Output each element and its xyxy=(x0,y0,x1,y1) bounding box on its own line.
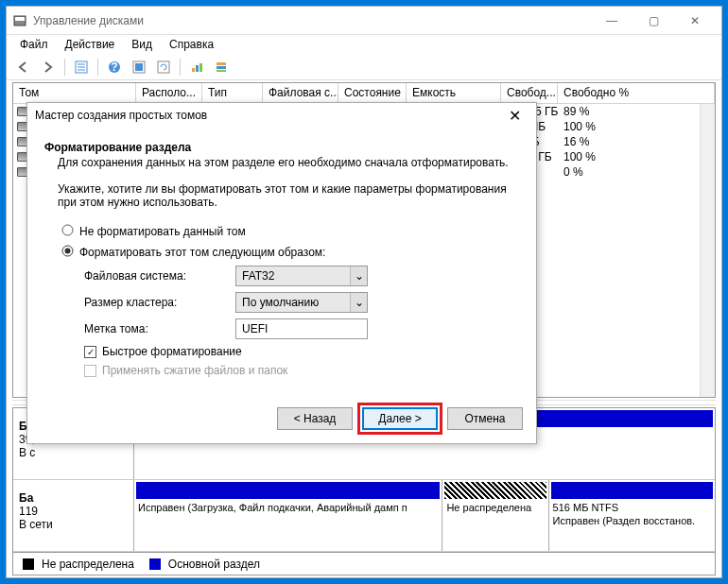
primary-swatch xyxy=(149,558,161,570)
svg-rect-9 xyxy=(135,63,143,71)
svg-point-17 xyxy=(62,225,73,235)
volume-block[interactable]: Не распределена xyxy=(442,480,548,551)
col-fs[interactable]: Файловая с... xyxy=(263,83,338,103)
quick-format-checkbox[interactable]: ✓ Быстрое форматирование xyxy=(84,345,519,358)
col-freepct[interactable]: Свободно % xyxy=(558,83,715,103)
column-headers: Том Располо... Тип Файловая с... Состоян… xyxy=(13,83,715,104)
col-type[interactable]: Тип xyxy=(202,83,263,103)
svg-rect-16 xyxy=(217,70,226,72)
disk-label[interactable]: Ба 119 В сети xyxy=(13,480,134,551)
svg-rect-15 xyxy=(217,66,226,69)
menu-file[interactable]: Файл xyxy=(12,36,56,53)
svg-rect-12 xyxy=(196,65,199,72)
app-icon xyxy=(12,13,27,28)
svg-rect-1 xyxy=(15,17,25,21)
chevron-down-icon: ⌄ xyxy=(350,266,367,285)
volume-block[interactable]: Исправен (Загрузка, Файл подкачки, Авари… xyxy=(134,480,442,551)
back-button[interactable]: < Назад xyxy=(277,407,353,430)
dialog-subtitle: Для сохранения данных на этом разделе ег… xyxy=(58,156,519,169)
wizard-dialog: Мастер создания простых томов ✕ Форматир… xyxy=(26,102,537,444)
fs-select[interactable]: FAT32 ⌄ xyxy=(235,266,368,286)
window-title: Управление дисками xyxy=(33,14,591,27)
dialog-heading: Форматирование раздела xyxy=(44,141,519,154)
svg-text:?: ? xyxy=(111,60,117,74)
chart-icon[interactable] xyxy=(185,57,208,77)
radio-do-format[interactable]: Форматировать этот том следующим образом… xyxy=(61,245,519,260)
fs-label: Файловая система: xyxy=(84,269,235,283)
settings-icon[interactable] xyxy=(128,57,150,77)
radio-off-icon xyxy=(61,224,74,239)
unalloc-swatch xyxy=(23,558,34,570)
dialog-title: Мастер создания простых томов xyxy=(35,109,500,122)
svg-rect-14 xyxy=(217,62,226,65)
cancel-button[interactable]: Отмена xyxy=(447,407,523,430)
menu-view[interactable]: Вид xyxy=(124,36,160,53)
minimize-button[interactable]: — xyxy=(591,8,633,34)
col-free[interactable]: Свобод... xyxy=(501,83,558,103)
checkbox-checked-icon: ✓ xyxy=(84,346,96,358)
volume-label-label: Метка тома: xyxy=(84,322,235,335)
list-icon[interactable] xyxy=(70,57,93,77)
primary-band xyxy=(136,482,440,499)
svg-rect-10 xyxy=(158,61,169,73)
compress-checkbox: Применять сжатие файлов и папок xyxy=(84,364,519,377)
cluster-select[interactable]: По умолчанию ⌄ xyxy=(235,292,368,313)
svg-point-19 xyxy=(65,249,71,254)
checkbox-unchecked-icon xyxy=(84,365,96,377)
dialog-instruction: Укажите, хотите ли вы форматировать этот… xyxy=(58,182,519,209)
maximize-button[interactable]: ▢ xyxy=(633,8,674,34)
cluster-label: Размер кластера: xyxy=(84,296,235,309)
dialog-titlebar: Мастер создания простых томов ✕ xyxy=(27,103,536,128)
toolbar: ? xyxy=(7,54,721,80)
disk-row: Ба 119 В сети Исправен (Загрузка, Файл п… xyxy=(13,480,715,552)
svg-rect-13 xyxy=(199,63,202,72)
bars-icon[interactable] xyxy=(210,57,233,77)
svg-rect-11 xyxy=(192,68,195,72)
help-icon[interactable]: ? xyxy=(103,57,126,77)
back-button[interactable] xyxy=(12,57,35,77)
refresh-icon[interactable] xyxy=(152,57,175,77)
menubar: Файл Действие Вид Справка xyxy=(7,35,721,54)
radio-on-icon xyxy=(61,245,74,260)
titlebar: Управление дисками — ▢ ✕ xyxy=(7,7,721,35)
dialog-close-button[interactable]: ✕ xyxy=(500,107,529,125)
col-volume[interactable]: Том xyxy=(13,83,136,103)
main-window: Управление дисками — ▢ ✕ Файл Действие В… xyxy=(6,6,722,578)
primary-band xyxy=(551,482,713,499)
col-status[interactable]: Состояние xyxy=(338,83,407,103)
radio-no-format[interactable]: Не форматировать данный том xyxy=(61,224,519,239)
forward-button[interactable] xyxy=(37,57,60,77)
next-button[interactable]: Далее > xyxy=(362,407,438,430)
chevron-down-icon: ⌄ xyxy=(350,293,367,312)
col-capacity[interactable]: Емкость xyxy=(407,83,501,103)
close-button[interactable]: ✕ xyxy=(674,8,716,34)
scrollbar[interactable] xyxy=(700,104,715,397)
legend: Не распределена Основной раздел xyxy=(13,552,715,575)
menu-help[interactable]: Справка xyxy=(162,36,221,53)
volume-label-input[interactable]: UEFI xyxy=(235,318,368,339)
col-layout[interactable]: Располо... xyxy=(136,83,202,103)
volume-block[interactable]: 516 МБ NTFS Исправен (Раздел восстанов. xyxy=(549,480,715,551)
unalloc-band xyxy=(444,482,546,499)
menu-action[interactable]: Действие xyxy=(58,36,123,53)
